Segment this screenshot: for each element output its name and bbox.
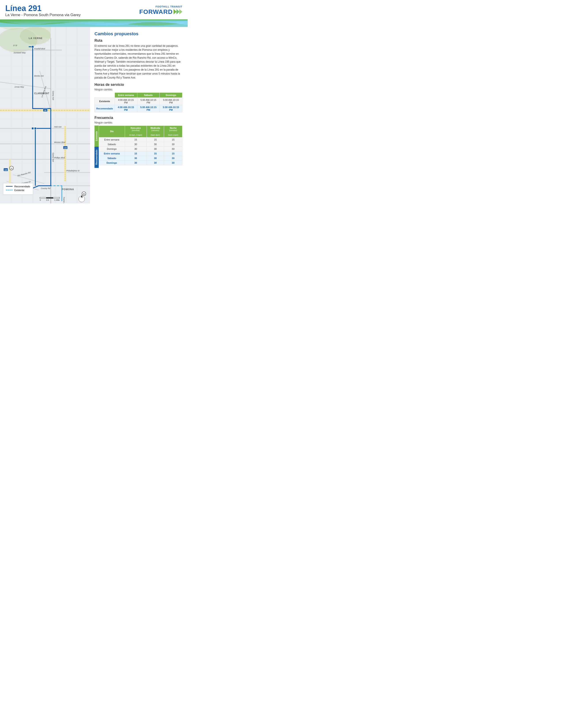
freq-rec-entre-pico: 15 — [125, 151, 147, 156]
svg-text:Arrow Hwy: Arrow Hwy — [14, 86, 24, 88]
freq-rec-domingo-dia: Domingo — [99, 160, 125, 165]
freq-rec-sabado-pico: 30 — [125, 156, 147, 160]
logo-area: FOOTHILL TRANSIT FORWARD — [139, 5, 182, 16]
freq-noche-sub: (minutos) — [165, 129, 180, 131]
frequency-data-table: Día Hora pico (minutos) (6-9am, 3-6pm) M… — [99, 126, 182, 165]
freq-rec-entre-medio: 15 — [147, 151, 164, 156]
freq-col-noche: Noche (minutos) (6pm-12am) — [164, 126, 182, 137]
main-content: LA VERNE CLAREMONT POMONA Foothill Blvd … — [0, 27, 188, 203]
logo-forward-text: FORWARD — [139, 9, 173, 15]
service-col-sabado: Sábado — [137, 92, 160, 98]
service-hours-table: Entre semana Sábado Domingo Existente 4:… — [94, 92, 182, 112]
service-existente-domingo: 5:00 AM-10:15 PM — [160, 98, 182, 105]
freq-exist-domingo-pico: 30 — [125, 146, 147, 151]
scale-seg-0 — [40, 197, 46, 199]
scale-bar-graphic — [40, 197, 60, 199]
freq-rec-sabado: Sábado 30 30 30 — [99, 156, 182, 160]
freq-recomendado-side-label: Recomendado — [94, 147, 99, 168]
service-existente-label: Existente — [95, 98, 115, 105]
svg-text:Garey Ave: Garey Ave — [52, 91, 54, 100]
freq-exist-entre-pico: 15 — [125, 137, 147, 142]
freq-noche-hours: (6pm-12am) — [165, 134, 180, 136]
freq-col-dia: Día — [99, 126, 125, 137]
legend-solid-line — [6, 186, 13, 187]
ruta-title: Ruta — [94, 39, 182, 43]
header-title-block: Línea 291 La Verne - Pomona South Pomona… — [5, 4, 81, 17]
freq-table: Día Hora pico (minutos) (6-9am, 3-6pm) M… — [99, 126, 182, 168]
freq-rec-entre-noche: 15 — [164, 151, 182, 156]
svg-text:Durward Way: Durward Way — [14, 52, 26, 54]
svg-text:Towne Ave: Towne Ave — [63, 197, 65, 203]
freq-rec-domingo-pico: 30 — [125, 160, 147, 165]
service-col-entre-semana: Entre semana — [115, 92, 137, 98]
svg-marker-1 — [176, 9, 179, 14]
map-background: LA VERNE CLAREMONT POMONA Foothill Blvd … — [0, 27, 90, 203]
bus-stop-1 — [32, 46, 34, 48]
freq-no-change: Ningún cambio. — [94, 121, 182, 124]
service-recomendado-entre: 4:00 AM-10:15 PM — [115, 105, 137, 112]
svg-text:POMONA: POMONA — [62, 188, 74, 191]
service-existente-entre: 4:00 AM-10:15 PM — [115, 98, 137, 105]
svg-text:Foothill Blvd: Foothill Blvd — [34, 48, 45, 50]
frequency-section: Frecuencia Ningún cambio. Existente Reco… — [94, 116, 182, 168]
bus-stop-holt — [32, 127, 34, 129]
freq-exist-entre-medio: 15 — [147, 137, 164, 142]
svg-text:10: 10 — [44, 109, 46, 111]
svg-text:195: 195 — [64, 147, 67, 149]
service-no-change: Ningún cambio. — [94, 88, 182, 91]
svg-text:80: 80 — [83, 193, 85, 195]
line-title: Línea 291 — [5, 4, 81, 13]
page-header: Línea 291 La Verne - Pomona South Pomona… — [0, 0, 188, 20]
freq-rec-entre: Entre semana 15 15 15 — [99, 151, 182, 156]
freq-pico-hours: (6-9am, 3-6pm) — [126, 134, 145, 136]
map-section: LA VERNE CLAREMONT POMONA Foothill Blvd … — [0, 27, 90, 203]
freq-rec-sabado-medio: 30 — [147, 156, 164, 160]
freq-exist-domingo-medio: 30 — [147, 146, 164, 151]
freq-rec-sabado-dia: Sábado — [99, 156, 125, 160]
freq-rec-domingo: Domingo 30 30 30 — [99, 160, 182, 165]
svg-text:195: 195 — [4, 169, 7, 171]
map-svg: LA VERNE CLAREMONT POMONA Foothill Blvd … — [0, 27, 90, 203]
service-col-empty — [95, 92, 115, 98]
freq-title: Frecuencia — [94, 116, 182, 120]
bus-stop-holt-2 — [34, 127, 36, 129]
freq-rec-sabado-noche: 30 — [164, 156, 182, 160]
scale-seg-half — [46, 197, 53, 199]
ruta-body: El extremo sur de la línea 291 no tiene … — [94, 44, 182, 80]
scale-bar: 0 0.5 1 Mile — [40, 197, 60, 201]
freq-exist-domingo-dia: Domingo — [99, 146, 125, 151]
freq-exist-sabado-dia: Sábado — [99, 142, 125, 146]
service-recomendado-row: Recomendado 4:00 AM-10:15 PM 5:00 AM-10:… — [95, 105, 182, 112]
freq-exist-sabado: Sábado 30 30 30 — [99, 142, 182, 146]
service-recomendado-domingo: 5:00 AM-10:15 PM — [160, 105, 182, 112]
svg-text:Philadelphia St: Philadelphia St — [66, 170, 80, 172]
service-hours-section: Horas de servicio Ningún cambio. Entre s… — [94, 83, 182, 112]
freq-rec-domingo-medio: 30 — [147, 160, 164, 165]
svg-text:D St: D St — [13, 44, 17, 47]
right-panel: Cambios propuestos Ruta El extremo sur d… — [90, 27, 188, 203]
line-subtitle: La Verne - Pomona South Pomona via Garey — [5, 13, 81, 17]
service-existente-row: Existente 4:00 AM-10:15 PM 5:00 AM-10:15… — [95, 98, 182, 105]
freq-rec-domingo-noche: 30 — [164, 160, 182, 165]
svg-text:Phillips Blvd: Phillips Blvd — [54, 157, 65, 159]
freq-exist-entre-noche: 15 — [164, 137, 182, 142]
freq-exist-domingo-noche: 30 — [164, 146, 182, 151]
scale-seg-1 — [53, 197, 60, 199]
scale-label-half: 0.5 — [46, 199, 49, 201]
service-title: Horas de servicio — [94, 83, 182, 87]
freq-col-medio: Mediodía (minutos) (9am-3pm) — [147, 126, 164, 137]
logo-arrows-icon — [173, 8, 182, 16]
legend-recomendado: Recomendado — [6, 185, 30, 188]
wave-divider — [0, 20, 188, 27]
scale-labels: 0 0.5 1 Mile — [40, 199, 60, 201]
legend-existente: Existente — [6, 189, 30, 191]
service-col-domingo: Domingo — [160, 92, 182, 98]
freq-pico-sub: (minutos) — [126, 129, 145, 131]
freq-exist-sabado-medio: 30 — [147, 142, 164, 146]
freq-exist-entre: Entre semana 15 15 15 — [99, 137, 182, 142]
freq-medio-hours: (9am-3pm) — [148, 134, 162, 136]
cambios-title: Cambios propuestos — [94, 31, 182, 36]
freq-table-container: Existente Recomendado Día Hora pico (min… — [94, 126, 182, 168]
freq-exist-sabado-pico: 30 — [125, 142, 147, 146]
freq-exist-entre-dia: Entre semana — [99, 137, 125, 142]
